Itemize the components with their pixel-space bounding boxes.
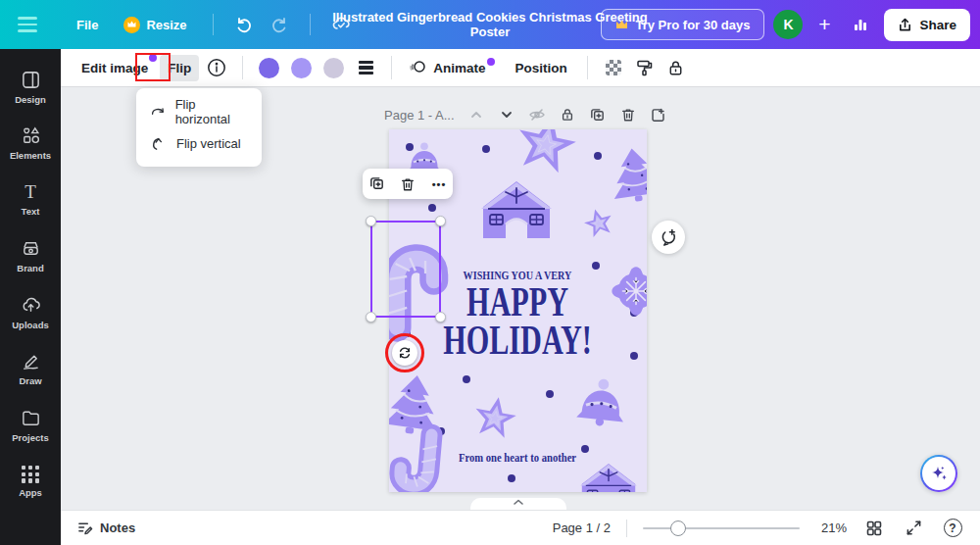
text-icon: T xyxy=(24,182,36,202)
divider xyxy=(310,14,311,35)
candy-cane-cookie-selected[interactable] xyxy=(389,258,434,327)
status-bar: Notes Page 1 / 2 21% xyxy=(61,510,980,545)
add-member-button[interactable]: + xyxy=(811,10,837,39)
star-cookie[interactable] xyxy=(513,129,580,175)
sidebar-item-design[interactable]: Design xyxy=(0,59,61,116)
poster-footer-text: From one heart to another xyxy=(459,451,576,465)
file-label: File xyxy=(76,18,98,32)
resize-button[interactable]: Resize xyxy=(114,11,196,39)
chevron-down-icon[interactable] xyxy=(496,104,517,125)
info-icon[interactable] xyxy=(203,54,230,81)
sidebar-item-text[interactable]: T Text xyxy=(0,172,61,228)
resize-handle-bottom-right[interactable] xyxy=(435,312,446,322)
uploads-icon xyxy=(21,295,41,316)
zoom-value: 21% xyxy=(815,520,847,535)
animate-button[interactable]: Animate xyxy=(404,54,489,81)
zoom-slider[interactable] xyxy=(643,520,800,536)
paint-roller-icon[interactable] xyxy=(631,54,659,81)
sidebar-item-projects[interactable]: Projects xyxy=(0,397,61,454)
add-page-icon[interactable] xyxy=(648,104,669,125)
flip-horizontal-icon xyxy=(150,104,166,121)
delete-icon[interactable] xyxy=(395,173,420,196)
brand-icon xyxy=(21,238,41,259)
delete-icon[interactable] xyxy=(617,104,639,125)
sidebar: Design Elements T Text Brand Uploads xyxy=(0,49,61,545)
animate-icon xyxy=(408,58,427,77)
house-cookie[interactable] xyxy=(481,181,552,238)
try-pro-label: Try Pro for 30 days xyxy=(635,18,750,32)
canva-editor: File Resize xyxy=(0,0,980,545)
fullscreen-icon[interactable] xyxy=(902,517,925,540)
divider xyxy=(626,520,627,537)
share-button[interactable]: Share xyxy=(884,9,970,41)
sidebar-item-uploads[interactable]: Uploads xyxy=(0,284,61,341)
line-weight-icon[interactable] xyxy=(352,54,379,81)
more-icon[interactable]: ••• xyxy=(426,173,452,196)
position-button[interactable]: Position xyxy=(508,55,575,81)
share-label: Share xyxy=(919,18,956,32)
share-icon xyxy=(898,18,912,32)
page-label[interactable]: Page 1 - A... xyxy=(384,108,455,123)
comment-add-icon xyxy=(660,228,678,247)
poster-text-block[interactable]: WISHING YOU A VERY HAPPY HOLIDAY! From o… xyxy=(443,269,592,465)
selection-toolbar: ••• xyxy=(363,169,453,199)
redo-icon[interactable] xyxy=(265,10,294,39)
notification-dot xyxy=(149,54,157,62)
context-toolbar: Edit image Flip Animate Position xyxy=(61,49,980,86)
expand-panel-tab[interactable] xyxy=(470,498,566,510)
transparency-icon[interactable] xyxy=(600,54,627,81)
star-cookie[interactable] xyxy=(471,394,518,439)
notes-button[interactable]: Notes xyxy=(76,520,135,536)
star-cookie[interactable] xyxy=(581,206,615,239)
chevron-up-icon[interactable] xyxy=(466,104,487,125)
hide-icon[interactable] xyxy=(526,104,548,125)
add-comment-button[interactable] xyxy=(652,221,685,254)
resize-handle-top-right[interactable] xyxy=(435,216,446,226)
poster-headline-2: HOLIDAY! xyxy=(443,317,592,363)
try-pro-button[interactable]: Try Pro for 30 days xyxy=(601,9,764,40)
candy-cane-cookie[interactable] xyxy=(399,432,438,488)
assistant-sparkle-icon xyxy=(929,464,949,483)
page-indicator: Page 1 / 2 xyxy=(553,520,611,535)
help-icon[interactable]: ? xyxy=(941,517,964,540)
flip-vertical-icon xyxy=(150,135,167,152)
color-swatch-2[interactable] xyxy=(291,58,312,78)
divider xyxy=(391,56,392,79)
zoom-slider-thumb[interactable] xyxy=(670,520,686,536)
rotate-icon xyxy=(398,346,412,360)
bell-cookie[interactable] xyxy=(576,376,628,428)
sidebar-item-brand[interactable]: Brand xyxy=(0,228,61,285)
sidebar-item-apps[interactable]: Apps xyxy=(0,454,61,511)
edit-image-button[interactable]: Edit image xyxy=(74,55,156,81)
rotate-handle[interactable] xyxy=(392,340,417,366)
bar-chart-icon[interactable] xyxy=(846,10,875,39)
flip-dropdown-menu: Flip horizontal Flip vertical xyxy=(136,88,262,167)
elements-icon xyxy=(21,125,41,146)
duplicate-icon[interactable] xyxy=(587,104,609,125)
top-bar: File Resize xyxy=(0,0,980,49)
canva-assistant-button[interactable] xyxy=(920,455,957,492)
divider xyxy=(587,56,588,79)
avatar[interactable]: K xyxy=(773,10,803,39)
tree-cookie[interactable] xyxy=(608,145,647,204)
color-swatch-3[interactable] xyxy=(323,58,344,78)
crown-icon xyxy=(123,17,140,33)
duplicate-icon[interactable] xyxy=(364,173,389,196)
undo-icon[interactable] xyxy=(229,10,259,39)
menu-item-flip-vertical[interactable]: Flip vertical xyxy=(136,127,262,159)
color-swatch-1[interactable] xyxy=(259,58,279,78)
lock-icon[interactable] xyxy=(557,104,578,125)
flip-button[interactable]: Flip xyxy=(160,55,199,81)
hamburger-icon[interactable] xyxy=(18,12,43,37)
resize-handle-bottom-left[interactable] xyxy=(366,312,376,322)
resize-handle-top-left[interactable] xyxy=(366,216,376,226)
house-cookie[interactable] xyxy=(580,464,637,492)
sidebar-item-elements[interactable]: Elements xyxy=(0,116,61,173)
sidebar-item-draw[interactable]: Draw xyxy=(0,341,61,398)
grid-view-icon[interactable] xyxy=(862,517,886,540)
lock-icon[interactable] xyxy=(662,54,690,81)
file-menu-button[interactable]: File xyxy=(67,12,108,38)
snowflake-cookie[interactable] xyxy=(612,267,647,315)
menu-item-flip-horizontal[interactable]: Flip horizontal xyxy=(136,96,262,127)
divider xyxy=(242,56,243,79)
